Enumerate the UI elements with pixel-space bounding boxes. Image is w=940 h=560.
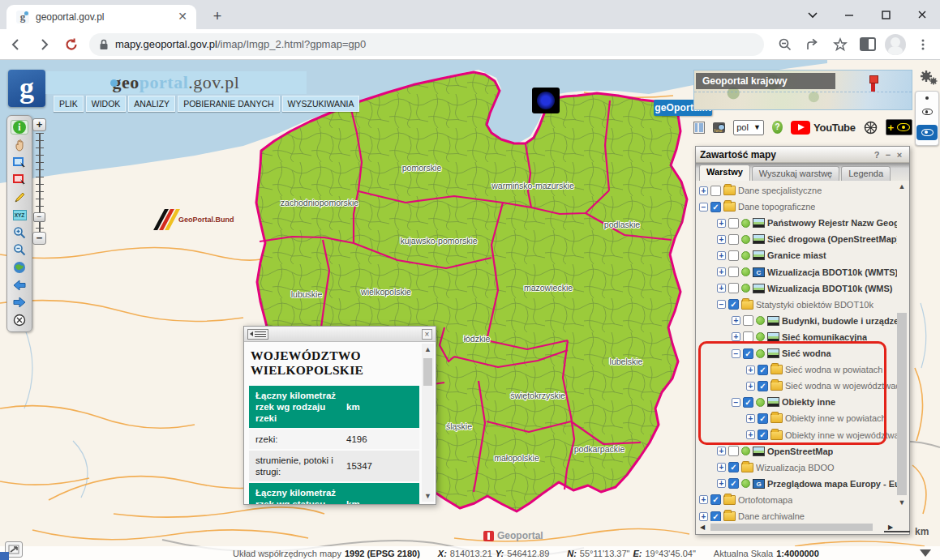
layer-label[interactable]: Obiekty inne w powiatach	[785, 413, 886, 423]
layer-row-5[interactable]: +CWizualizacja BDOT10k (WMTS)	[696, 264, 897, 280]
select-red-tool-icon[interactable]	[11, 173, 28, 187]
layer-label[interactable]: Sieć drogowa (OpenStreetMap)	[767, 234, 897, 244]
popup-list-icon[interactable]	[247, 329, 268, 340]
geoportal-logo[interactable]: g	[8, 70, 45, 107]
pan-tool-icon[interactable]	[11, 138, 28, 152]
hscroll-thumb[interactable]	[710, 524, 873, 531]
layer-label[interactable]: Statystyki obiektów BDOT10k	[756, 300, 873, 310]
photo-icon[interactable]	[713, 122, 726, 133]
layer-checkbox[interactable]	[728, 234, 739, 245]
overview-minimap[interactable]: Geoportal krajowy	[693, 70, 912, 110]
layer-checkbox[interactable]: ✓	[728, 462, 739, 472]
profile-avatar[interactable]	[884, 33, 907, 56]
expand-icon[interactable]: +	[746, 382, 755, 391]
back-button[interactable]	[5, 33, 28, 56]
layer-checkbox[interactable]: ✓	[758, 381, 768, 391]
expand-icon[interactable]: +	[732, 316, 740, 325]
expand-icon[interactable]: +	[717, 267, 726, 276]
zoom-page-icon[interactable]	[774, 33, 796, 56]
popup-scroll-up-icon[interactable]: ▲	[422, 345, 434, 353]
settings-gears-icon[interactable]	[918, 68, 939, 88]
layer-row-16[interactable]: +OpenStreetMap	[696, 443, 897, 460]
clear-tool-icon[interactable]	[11, 313, 28, 327]
tab-close-icon[interactable]: ✕	[175, 10, 190, 24]
layer-label[interactable]: Budynki, budowle i urządzenia	[782, 316, 897, 326]
layer-row-19[interactable]: +✓Ortofotomapa	[696, 492, 897, 508]
layer-row-2[interactable]: +Państwowy Rejestr Nazw Geograficzny	[696, 215, 897, 231]
layer-row-15[interactable]: +✓Obiekty inne w województwach	[696, 427, 897, 443]
tab-legenda[interactable]: Legenda	[841, 166, 891, 181]
font-small-icon[interactable]	[925, 96, 929, 100]
layer-row-18[interactable]: +✓GPrzeglądowa mapa Europy - EuroGloba	[696, 476, 897, 492]
composition-grid-icon[interactable]	[693, 122, 705, 134]
menu-item-wyszukiwania[interactable]: WYSZUKIWANIA	[282, 96, 360, 112]
layer-row-20[interactable]: +✓Dane archiwalne	[696, 508, 897, 521]
expand-icon[interactable]: +	[732, 332, 740, 341]
accessibility-wheel-icon[interactable]	[864, 121, 878, 135]
layer-label[interactable]: Ortofotomapa	[738, 495, 792, 505]
layer-checkbox[interactable]	[728, 250, 739, 261]
layer-row-11[interactable]: +✓Sieć wodna w powiatach	[696, 361, 897, 378]
layer-label[interactable]: Dane topograficzne	[738, 202, 815, 212]
menu-item-analizy[interactable]: ANALIZY	[128, 96, 175, 112]
reload-button[interactable]	[60, 33, 83, 56]
expand-icon[interactable]: +	[699, 186, 708, 195]
layer-checkbox[interactable]	[743, 331, 753, 342]
window-minimize-button[interactable]	[831, 0, 867, 29]
select-blue-tool-icon[interactable]	[11, 155, 28, 169]
layer-checkbox[interactable]	[728, 267, 739, 277]
layer-label[interactable]: Dane archiwalne	[738, 511, 805, 521]
layer-row-9[interactable]: +Sieć komunikacyjna	[696, 329, 897, 345]
layer-label[interactable]: Obiekty inne	[782, 397, 835, 407]
menu-item-plik[interactable]: PLIK	[54, 96, 84, 112]
layer-label[interactable]: Sieć wodna w województwach	[785, 381, 897, 391]
tab-warstwy[interactable]: Warstwy	[699, 165, 750, 181]
layer-checkbox[interactable]: ✓	[743, 348, 753, 359]
layer-row-3[interactable]: +Sieć drogowa (OpenStreetMap)	[696, 231, 897, 247]
expand-icon[interactable]: +	[746, 414, 755, 423]
side-panel-icon[interactable]	[856, 33, 879, 56]
expand-icon[interactable]: +	[717, 479, 726, 488]
layer-label[interactable]: Wizualizacja BDOO	[756, 463, 835, 472]
zoom-in-tool-icon[interactable]	[11, 225, 28, 240]
tree-vertical-scrollbar[interactable]: ▲ ▼	[895, 181, 908, 521]
expand-icon[interactable]: +	[717, 235, 726, 244]
share-icon[interactable]	[801, 33, 824, 56]
expand-icon[interactable]: +	[699, 512, 708, 521]
map-viewport[interactable]: pomorskiewarmińsko-mazurskiezachodniopom…	[0, 60, 940, 560]
address-bar[interactable]: mapy.geoportal.gov.pl/imap/Imgp_2.html?g…	[89, 33, 764, 56]
expand-icon[interactable]: +	[717, 463, 726, 472]
panel-collapse-arrow-icon[interactable]	[920, 549, 931, 557]
menu-item-widok[interactable]: WIDOK	[86, 96, 127, 112]
map-composition-selector[interactable]: Geoportal krajowy	[696, 73, 835, 89]
zoom-out-button[interactable]: −	[32, 232, 46, 245]
scroll-down-icon[interactable]: ▼	[895, 497, 908, 508]
layer-checkbox[interactable]: ✓	[710, 494, 721, 505]
zoom-slider[interactable]: + − −	[32, 118, 47, 131]
menu-item-pobieranie-danych[interactable]: POBIERANIE DANYCH	[178, 96, 279, 112]
layer-row-13[interactable]: −✓Obiekty inne	[696, 394, 897, 410]
layer-checkbox[interactable]	[728, 446, 739, 456]
layer-row-14[interactable]: +✓Obiekty inne w powiatach	[696, 410, 897, 426]
expand-icon[interactable]: +	[746, 430, 755, 439]
layer-label[interactable]: Sieć wodna w powiatach	[785, 365, 882, 374]
zoom-out-tool-icon[interactable]	[11, 242, 28, 257]
coordinates-tool-icon[interactable]: XYZ	[11, 207, 28, 222]
bookmark-star-icon[interactable]	[829, 33, 852, 56]
zoom-in-button[interactable]: +	[32, 118, 46, 131]
scroll-left-icon[interactable]: ◀	[697, 522, 707, 532]
panel-help-button[interactable]: ?	[871, 150, 882, 160]
collapse-icon[interactable]: −	[699, 203, 708, 212]
window-close-button[interactable]	[904, 0, 940, 29]
layer-checkbox[interactable]	[728, 218, 739, 229]
layer-checkbox[interactable]	[728, 283, 739, 293]
layer-checkbox[interactable]: ✓	[728, 299, 739, 310]
vscroll-thumb[interactable]	[897, 313, 907, 495]
expand-icon[interactable]: +	[746, 365, 755, 374]
scroll-up-icon[interactable]: ▲	[895, 181, 908, 192]
view-eye-icon[interactable]	[922, 109, 933, 115]
collapse-icon[interactable]: −	[717, 300, 726, 309]
active-eye-button[interactable]	[916, 125, 938, 140]
layer-label[interactable]: Państwowy Rejestr Nazw Geograficzny	[767, 218, 897, 228]
browser-tab[interactable]: g geoportal.gov.pl ✕	[6, 5, 196, 29]
